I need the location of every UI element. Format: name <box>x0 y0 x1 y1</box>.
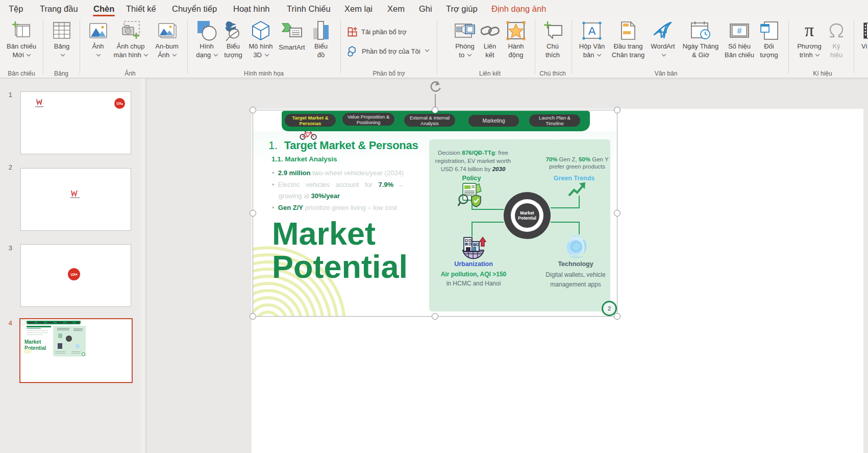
svg-text:A: A <box>588 25 596 37</box>
svg-text:#: # <box>737 27 742 35</box>
svg-text:π: π <box>805 22 814 39</box>
